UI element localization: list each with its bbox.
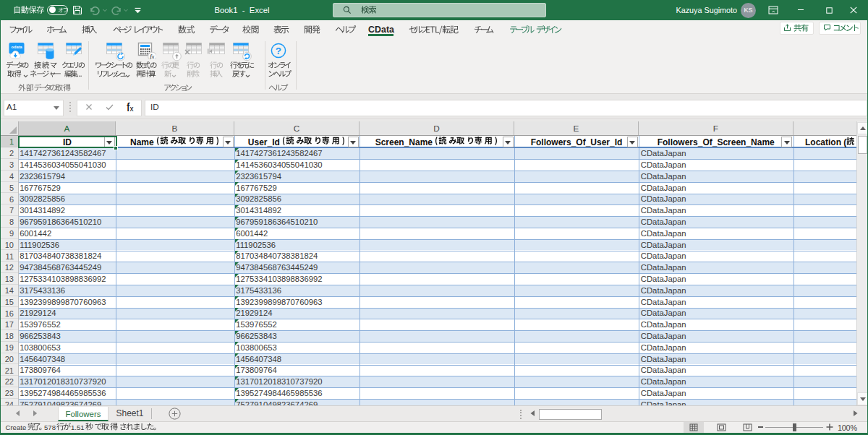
svg-text:?: ? — [276, 45, 281, 56]
svg-text:fx: fx — [150, 53, 154, 59]
svg-text:odata: odata — [11, 45, 22, 49]
